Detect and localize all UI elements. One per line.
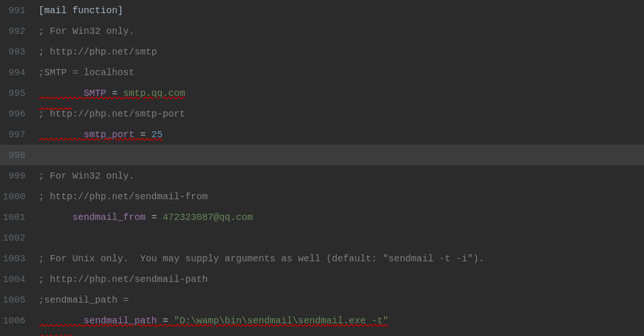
code-editor: 991 [mail function] 992 ; For Win32 only… [0,0,644,336]
line-number: 1004 [0,274,34,285]
line-content: ; http://php.net/sendmail-path [34,274,644,285]
line-number: 1006 [0,315,34,326]
code-line-1001: 1001 sendmail_from = 472323087@qq.com [0,207,644,227]
code-line-991: 991 [mail function] [0,0,644,21]
line-number: 993 [0,47,34,57]
line-content: ; For Win32 only. [34,26,644,37]
line-number: 991 [0,5,34,16]
code-line-1004: 1004 ; http://php.net/sendmail-path [0,269,644,289]
code-line-998: 998 [0,145,644,165]
line-number: 999 [0,171,34,181]
code-line-1006: 1006 sendmail_path = "D:\wamp\bin\sendma… [0,310,644,331]
code-line-997: 997 smtp_port = 25 [0,124,644,145]
line-content: ; For Unix only. You may supply argument… [34,253,644,264]
line-number: 1000 [0,191,34,202]
line-number: 992 [0,26,34,37]
line-number: 997 [0,129,34,140]
code-line-992: 992 ; For Win32 only. [0,21,644,41]
line-content: ; http://php.net/smtp [34,47,644,57]
line-number: 994 [0,67,34,78]
line-content [34,233,644,243]
line-content: sendmail_path = "D:\wamp\bin\sendmail\se… [34,294,644,336]
code-line-993: 993 ; http://php.net/smtp [0,41,644,62]
code-line-1002: 1002 [0,227,644,248]
line-number: 1003 [0,253,34,264]
code-line-1003: 1003 ; For Unix only. You may supply arg… [0,248,644,269]
line-content [34,150,644,161]
line-number: 1001 [0,212,34,223]
line-content: ; For Win32 only. [34,171,644,181]
line-number: 995 [0,88,34,99]
line-number: 1005 [0,295,34,305]
code-line-995: 995 SMTP = smtp.qq.com [0,83,644,103]
line-number: 998 [0,150,34,161]
line-content: [mail function] [34,5,644,16]
code-line-1007: 1007 [0,331,644,336]
line-number: 1002 [0,233,34,243]
code-line-999: 999 ; For Win32 only. [0,165,644,186]
line-number: 996 [0,109,34,119]
line-content: ; http://php.net/sendmail-from [34,191,644,202]
